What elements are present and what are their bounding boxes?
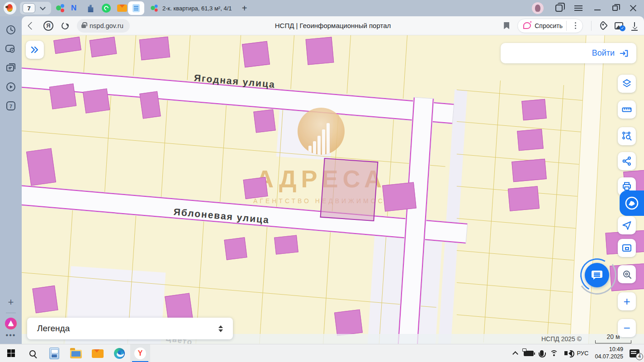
legend-panel[interactable]: Легенда xyxy=(27,318,233,339)
new-tab-button[interactable]: + xyxy=(239,3,250,14)
mail-app-button[interactable] xyxy=(87,344,109,362)
building-app-pinned-tab[interactable] xyxy=(86,4,95,13)
speaker-icon[interactable] xyxy=(564,351,568,355)
edge-browser-button[interactable] xyxy=(109,344,130,362)
map-canvas[interactable]: АДРЕСА АГЕНТСТВО НЕДВИЖИМОСТИ Войти xyxy=(22,35,644,344)
yandex-services-pinned-tab[interactable] xyxy=(56,4,65,13)
expand-panel-button[interactable] xyxy=(26,41,44,59)
building-footprint[interactable] xyxy=(139,37,170,60)
building-footprint[interactable] xyxy=(253,109,275,133)
screenshot-extension-icon[interactable]: ✓ xyxy=(615,22,623,29)
language-indicator[interactable]: РУС xyxy=(577,350,588,357)
file-explorer-button[interactable] xyxy=(65,344,87,362)
building-footprint[interactable] xyxy=(334,310,363,336)
clock[interactable]: 10:49 04.07.2025 xyxy=(595,346,623,360)
scale-line xyxy=(595,340,631,343)
alice-assistant-icon[interactable] xyxy=(5,318,17,329)
tab-counter-pill[interactable]: 7 xyxy=(20,2,51,14)
ruler-button[interactable] xyxy=(618,100,636,119)
apartment-listing-tab[interactable]: 2-к. квартира, 61,3 м², 4/1 xyxy=(150,4,232,13)
address-search-button[interactable] xyxy=(618,265,636,283)
more-options-icon[interactable] xyxy=(575,25,576,26)
taskbar-app-button[interactable] xyxy=(43,344,65,362)
sidebar-add-icon[interactable]: + xyxy=(8,296,14,308)
user-avatar[interactable] xyxy=(532,2,544,14)
chat-button[interactable] xyxy=(585,263,609,287)
start-button[interactable] xyxy=(0,344,22,362)
tab-title: 2-к. квартира, 61,3 м², 4/1 xyxy=(162,5,232,12)
close-button[interactable] xyxy=(630,5,637,12)
parcel-boundary-line xyxy=(457,218,583,229)
parcel-boundary-line xyxy=(483,81,501,343)
history-icon[interactable] xyxy=(5,24,16,35)
parcel-boundary-line xyxy=(161,99,168,198)
building-footprint[interactable] xyxy=(26,148,56,186)
tray-time: 10:49 xyxy=(595,346,623,353)
share-button[interactable] xyxy=(618,152,636,170)
chat-widget[interactable] xyxy=(581,259,613,291)
building-footprint[interactable] xyxy=(243,177,268,199)
extension-tag-icon[interactable] xyxy=(598,21,608,30)
building-footprint[interactable] xyxy=(83,88,110,113)
microphone-icon[interactable] xyxy=(540,350,544,356)
battery-icon[interactable] xyxy=(524,351,534,356)
building-footprint[interactable] xyxy=(382,182,417,212)
building-footprint[interactable] xyxy=(508,186,540,211)
nspd-active-pinned-tab[interactable] xyxy=(128,1,144,15)
ask-ai-button[interactable]: Спросить xyxy=(517,19,583,33)
reload-button[interactable] xyxy=(61,21,70,30)
n-app-pinned-tab[interactable]: N xyxy=(71,4,80,13)
ai-chat-icon xyxy=(523,22,531,29)
building-footprint[interactable] xyxy=(511,159,547,182)
tray-date: 04.07.2025 xyxy=(595,353,623,361)
locate-me-button[interactable] xyxy=(618,216,636,234)
login-panel[interactable]: Войти xyxy=(501,43,636,63)
tray-expand-icon[interactable] xyxy=(513,351,519,357)
downloads-button[interactable] xyxy=(631,22,638,29)
legend-label: Легенда xyxy=(37,324,70,333)
building-footprint[interactable] xyxy=(242,41,270,67)
feed-cards-icon[interactable] xyxy=(5,62,16,73)
browser-menu-icon[interactable] xyxy=(574,5,582,11)
browser-profile-avatar[interactable] xyxy=(4,2,16,14)
video-play-icon[interactable] xyxy=(5,81,16,92)
back-button[interactable] xyxy=(28,21,36,29)
mail-pinned-tab[interactable] xyxy=(117,4,126,13)
building-footprint[interactable] xyxy=(521,99,547,120)
sidebar-more-icon[interactable]: ••• xyxy=(6,331,16,339)
area-search-button[interactable] xyxy=(618,127,636,145)
building-footprint[interactable] xyxy=(53,37,81,54)
yandex-home-button[interactable]: Я xyxy=(43,21,53,31)
zoom-in-button[interactable]: + xyxy=(618,292,636,310)
building-footprint[interactable] xyxy=(139,91,161,119)
building-footprint[interactable] xyxy=(49,83,76,109)
whatsapp-pinned-tab[interactable] xyxy=(102,4,111,13)
building-footprint[interactable] xyxy=(32,286,58,313)
screenshot-camera-icon[interactable] xyxy=(5,43,17,54)
maximize-button[interactable] xyxy=(612,5,618,11)
yandex-browser-icon: Y xyxy=(134,348,146,359)
parcel-boundary-line xyxy=(84,35,86,72)
taskbar-search-button[interactable] xyxy=(22,344,43,362)
bookmark-icon[interactable] xyxy=(504,22,509,29)
zoom-out-button[interactable]: − xyxy=(618,319,636,337)
tab-box-seven-icon[interactable]: 7 xyxy=(5,100,16,111)
frame-capture-button[interactable] xyxy=(618,239,636,257)
building-footprint[interactable] xyxy=(517,129,544,151)
tab-panels-icon[interactable] xyxy=(555,5,563,12)
wifi-icon[interactable] xyxy=(550,350,558,357)
yandex-browser-button[interactable]: Y xyxy=(130,344,150,362)
building-footprint[interactable] xyxy=(224,237,247,260)
legend-collapse-icon[interactable] xyxy=(218,325,223,332)
building-footprint[interactable] xyxy=(306,37,334,65)
minimize-button[interactable] xyxy=(594,10,601,10)
nspd-assistant-tab[interactable] xyxy=(620,191,644,216)
selected-parcel[interactable] xyxy=(320,158,379,221)
chevron-down-icon[interactable] xyxy=(40,5,46,10)
building-footprint[interactable] xyxy=(274,235,298,254)
url-field[interactable]: nspd.gov.ru xyxy=(77,19,130,33)
parcel-boundary-line xyxy=(457,250,583,262)
layers-button[interactable] xyxy=(618,75,636,93)
notification-center-icon[interactable]: 4 xyxy=(630,349,639,357)
building-footprint[interactable] xyxy=(90,37,117,57)
